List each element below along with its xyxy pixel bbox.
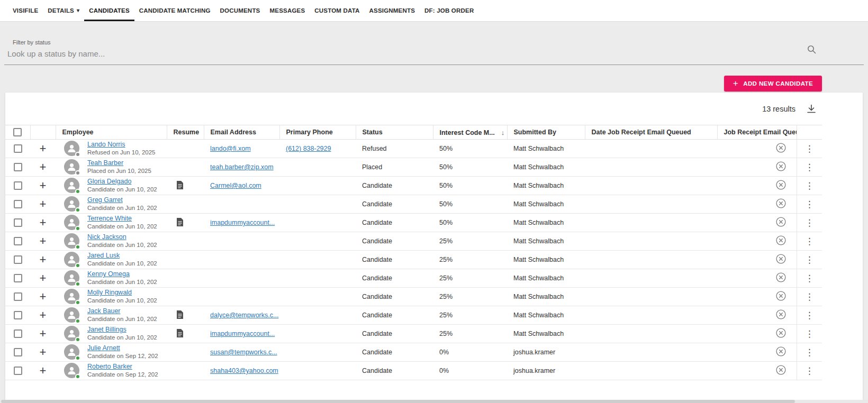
plus-icon[interactable]: + [40,197,47,210]
candidate-row[interactable]: + Roberto Barker Candidate on Sep 12, 20… [5,362,822,380]
more-options-icon[interactable]: ⋮ [805,162,814,172]
plus-icon[interactable]: + [40,253,47,266]
horizontal-scrollbar[interactable] [0,400,868,403]
plus-icon[interactable]: + [40,345,47,359]
candidate-name-link[interactable]: Jack Bauer [87,307,121,315]
status-filter-input[interactable] [4,45,864,65]
circled-x-icon[interactable] [776,217,786,227]
column-header-interest-code[interactable]: Interest Code M...↓ [433,125,507,140]
tab-candidate-matching[interactable]: CANDIDATE MATCHING [134,0,215,21]
row-checkbox[interactable] [14,218,22,227]
candidate-row[interactable]: + Kenny Omega Candidate on Jun 10, 202 C… [5,269,822,288]
candidate-email-link[interactable]: dalyce@tempworks.c... [210,312,278,319]
plus-icon[interactable]: + [40,308,47,322]
column-header-email[interactable]: Email Address [204,125,279,140]
tab-visifile[interactable]: VISIFILE [8,0,43,21]
column-header-receipt-queued[interactable]: Job Receipt Email Queued [717,125,797,140]
column-header-status[interactable]: Status [356,125,433,140]
candidate-row[interactable]: + Jack Bauer Candidate on Jun 10, 202 da… [5,306,822,325]
candidate-email-link[interactable]: lando@fi.xom [210,145,251,152]
circled-x-icon[interactable] [776,346,786,356]
candidate-name-link[interactable]: Roberto Barker [87,363,132,371]
row-checkbox[interactable] [14,329,22,338]
tab-df-job-order[interactable]: DF: JOB ORDER [420,0,478,21]
tab-custom-data[interactable]: CUSTOM DATA [310,0,364,21]
candidate-name-link[interactable]: Kenny Omega [87,270,130,278]
plus-icon[interactable]: + [40,216,47,229]
row-checkbox[interactable] [14,292,22,301]
more-options-icon[interactable]: ⋮ [805,181,814,191]
column-header-date-queued[interactable]: Date Job Receipt Email Queued [585,125,717,140]
row-checkbox[interactable] [14,237,22,245]
row-checkbox[interactable] [14,311,22,319]
candidate-row[interactable]: + Molly Ringwald Candidate on Jun 10, 20… [5,288,822,306]
more-options-icon[interactable]: ⋮ [805,273,814,283]
circled-x-icon[interactable] [776,180,786,190]
circled-x-icon[interactable] [776,309,786,319]
tab-details[interactable]: DETAILS▾ [43,0,84,21]
circled-x-icon[interactable] [776,143,786,153]
more-options-icon[interactable]: ⋮ [805,366,814,376]
more-options-icon[interactable]: ⋮ [805,292,814,302]
sort-descending-icon[interactable]: ↓ [501,129,505,136]
circled-x-icon[interactable] [776,198,786,208]
candidate-name-link[interactable]: Nick Jackson [87,233,126,241]
plus-icon[interactable]: + [40,179,47,192]
more-options-icon[interactable]: ⋮ [805,347,814,358]
circled-x-icon[interactable] [776,254,786,264]
candidate-phone-link[interactable]: (612) 838-2929 [286,145,331,152]
candidate-name-link[interactable]: Lando Norris [87,141,125,149]
candidate-row[interactable]: + Janet Billings Candidate on Jun 10, 20… [5,325,822,343]
candidate-email-link[interactable]: imapdummyaccount... [210,219,275,226]
plus-icon[interactable]: + [40,364,47,377]
column-header-employee[interactable]: Employee [56,125,167,140]
candidate-row[interactable]: + Julie Arnett Candidate on Sep 12, 202 … [5,343,822,362]
resume-icon[interactable] [176,180,184,190]
tab-candidates[interactable]: CANDIDATES [84,0,134,21]
candidate-row[interactable]: + Teah Barber Placed on Jun 10, 2025 tea… [5,158,822,177]
more-options-icon[interactable]: ⋮ [805,199,814,209]
more-options-icon[interactable]: ⋮ [805,236,814,246]
candidate-row[interactable]: + Greg Garret Candidate on Jun 10, 202 C… [5,195,822,214]
circled-x-icon[interactable] [776,161,786,171]
more-options-icon[interactable]: ⋮ [805,310,814,320]
more-options-icon[interactable]: ⋮ [805,255,814,265]
circled-x-icon[interactable] [776,365,786,375]
candidate-name-link[interactable]: Molly Ringwald [87,289,132,297]
candidate-email-link[interactable]: Carmel@aol.com [210,182,261,189]
plus-icon[interactable]: + [40,327,47,340]
row-checkbox[interactable] [14,200,22,208]
candidate-email-link[interactable]: teah.barber@zip.xom [210,163,274,171]
circled-x-icon[interactable] [776,235,786,245]
candidate-name-link[interactable]: Teah Barber [87,159,123,167]
candidate-row[interactable]: + Jared Lusk Candidate on Jun 10, 202 Ca… [5,251,822,269]
row-checkbox[interactable] [14,144,22,153]
plus-icon[interactable]: + [40,290,47,303]
column-header-phone[interactable]: Primary Phone [279,125,356,140]
resume-icon[interactable] [176,310,184,319]
candidate-name-link[interactable]: Julie Arnett [87,344,120,352]
add-new-candidate-button[interactable]: + ADD NEW CANDIDATE [724,76,822,91]
more-options-icon[interactable]: ⋮ [805,218,814,228]
row-checkbox[interactable] [14,274,22,282]
candidate-name-link[interactable]: Greg Garret [87,196,123,204]
candidate-row[interactable]: + Lando Norris Refused on Jun 10, 2025 l… [5,140,822,158]
candidate-email-link[interactable]: shaha403@yahoo.com [210,367,278,374]
candidate-name-link[interactable]: Gloria Delgado [87,178,131,186]
download-icon[interactable] [806,104,817,114]
candidate-name-link[interactable]: Janet Billings [87,326,126,334]
row-checkbox[interactable] [14,163,22,171]
plus-icon[interactable]: + [40,234,47,248]
plus-icon[interactable]: + [40,142,47,155]
resume-icon[interactable] [176,217,184,227]
scrollbar-thumb[interactable] [1,400,795,403]
candidate-name-link[interactable]: Terrence White [87,215,132,223]
candidate-name-link[interactable]: Jared Lusk [87,252,120,260]
row-checkbox[interactable] [14,255,22,264]
candidate-email-link[interactable]: susan@tempworks.c... [210,349,277,356]
plus-icon[interactable]: + [40,271,47,285]
more-options-icon[interactable]: ⋮ [805,144,814,154]
plus-icon[interactable]: + [40,160,47,173]
circled-x-icon[interactable] [776,291,786,301]
row-checkbox[interactable] [14,348,22,356]
